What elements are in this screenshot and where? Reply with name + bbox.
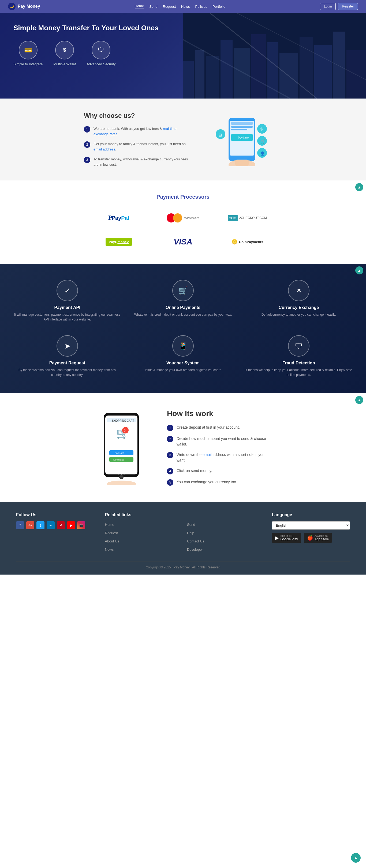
svg-text:Pay Now: Pay Now [115,452,124,454]
how-it-works-section: ▲ SHOPPING CART 🛒 3 Pay Now Download [0,393,366,502]
store-buttons: ▶ GET IT ON Google Play 🍎 Available on A… [272,533,350,543]
footer-link-developer[interactable]: Developer [187,546,261,553]
svg-point-48 [123,474,124,475]
scroll-indicator-how[interactable]: ▲ [355,396,363,404]
how-step-5: 5 You can exchange you currency too [167,479,274,486]
fraud-detection-desc: It means we help to keep your account mo… [245,368,353,377]
svg-text:▤: ▤ [218,132,222,137]
payment-api-desc: It will manage customers' payment experi… [13,312,121,322]
social-twitter[interactable]: t [36,521,45,529]
payment-processors-title: Payment Processors [16,194,350,200]
footer-follow-us: Follow Us f G+ t in P ▶ 📷 [16,513,94,553]
why-link-exchange[interactable]: real-time exchange rates [93,127,176,136]
how-text-2: Decide how much amount you want to send … [176,436,274,447]
register-button[interactable]: Register [338,3,358,10]
how-num-4: 4 [167,468,173,474]
how-step-3: 3 Write down the email address with a sh… [167,452,274,463]
svg-text:Download: Download [113,458,124,461]
how-step-4: 4 Click on send money. [167,468,274,474]
payumoney-logo: PayUmoney [89,233,148,250]
how-num-1: 1 [167,425,173,431]
social-linkedin[interactable]: in [47,521,55,529]
nav-request[interactable]: Request [163,5,176,8]
feature-fraud-detection: 🛡 Fraud Detection It means we help to ke… [245,335,353,377]
integrate-icon: 💳 [19,41,37,59]
visa-logo: VISA [153,233,213,250]
nav-policies[interactable]: Policies [195,5,207,8]
nav-news[interactable]: News [181,5,190,8]
how-text-1: Create deposit at first in your account. [176,425,240,430]
svg-text:Pay Now: Pay Now [238,136,249,139]
social-youtube[interactable]: ▶ [67,521,75,529]
footer-link-request[interactable]: Request [105,530,179,536]
footer-link-help[interactable]: Help [187,530,261,536]
nav-portfolio[interactable]: Portfolio [213,5,225,8]
google-play-text: GET IT ON Google Play [281,535,298,541]
hero-feature-integrate: 💳 Simple to Integrate [13,41,43,66]
main-nav: Home Send Request News Policies Portfoli… [135,4,226,9]
language-select[interactable]: English Spanish French German Arabic [272,521,350,530]
footer-related-links: Related links Home Send Request Help Abo… [105,513,261,553]
feature-payment-request: ➤ Payment Request By these systems now y… [13,335,121,377]
app-store-label: App Store [314,537,329,541]
security-icon: 🛡 [92,41,110,59]
footer-link-contact-us[interactable]: Contact Us [187,538,261,545]
svg-point-49 [107,480,136,485]
svg-text:🛒: 🛒 [260,139,265,144]
footer-link-news[interactable]: News [105,546,179,553]
why-text-2: Get your money to family & friends insta… [93,142,191,152]
logo[interactable]: 🌙 Pay Money [8,3,40,10]
how-step-2: 2 Decide how much amount you want to sen… [167,436,274,447]
scroll-indicator-payment[interactable]: ▲ [355,183,363,191]
footer-link-about-us[interactable]: About Us [105,538,179,545]
svg-rect-1 [183,61,194,98]
why-item-2: 2 Get your money to family & friends ins… [84,142,191,152]
svg-rect-34 [105,415,137,474]
logo-text: Pay Money [18,4,40,9]
google-play-icon: ▶ [275,535,279,541]
voucher-system-icon: 📱 [172,335,194,356]
app-store-button[interactable]: 🍎 Available on App Store [304,533,332,543]
footer-link-send[interactable]: Send [187,521,261,528]
how-text-3: Write down the email address with a shor… [176,452,274,463]
scroll-indicator-features[interactable]: ▲ [355,267,363,274]
footer-language: Language English Spanish French German A… [272,513,350,553]
google-play-button[interactable]: ▶ GET IT ON Google Play [272,533,301,543]
fraud-detection-icon: 🛡 [288,335,309,356]
online-payments-desc: Whatever it is credit, debit or bank acc… [134,312,232,317]
footer: Follow Us f G+ t in P ▶ 📷 Related links … [0,502,366,575]
social-icons: f G+ t in P ▶ 📷 [16,521,94,529]
why-text-3: To transfer money, withdrawal & exchange… [93,157,191,167]
copyright-text: Copyright © 2015 · Pay Money | All Right… [146,565,220,569]
footer-link-home[interactable]: Home [105,521,179,528]
svg-text:SHOPPING CART: SHOPPING CART [112,419,134,422]
why-title: Why choose us? [84,112,191,119]
paypal-pal: Pal [121,215,129,221]
footer-top: Follow Us f G+ t in P ▶ 📷 Related links … [16,513,350,553]
social-google-plus[interactable]: G+ [26,521,34,529]
why-link-email[interactable]: email address [93,147,115,151]
social-pinterest[interactable]: P [57,521,65,529]
svg-rect-19 [231,126,253,128]
why-text-1: We are not bank. With us you get low fee… [93,126,191,136]
feature-voucher-system: 📱 Voucher System Issue & manage your own… [129,335,237,377]
nav-send[interactable]: Send [149,5,157,8]
login-button[interactable]: Login [320,3,336,10]
paypal-logo: 𝐏 PayPal [89,209,148,226]
how-step-1: 1 Create deposit at first in your accoun… [167,425,274,431]
why-phone-svg: Pay Now $ 🛒 ▤ 👤 [213,113,272,166]
follow-us-title: Follow Us [16,513,94,517]
why-item-3: 3 To transfer money, withdrawal & exchan… [84,157,191,167]
social-facebook[interactable]: f [16,521,24,529]
feature-currency-exchange: ✕ Currency Exchange Default currency to … [245,280,353,322]
payment-request-title: Payment Request [49,361,85,366]
payment-processors-section: ▲ Payment Processors 𝐏 PayPal MasterCard… [0,181,366,264]
payment-request-desc: By these systems now you can request for… [13,368,121,377]
how-email-link[interactable]: email [202,453,212,457]
nav-home[interactable]: Home [135,4,144,9]
social-instagram[interactable]: 📷 [77,521,85,529]
google-play-label: Google Play [281,537,298,541]
payment-api-icon: ✓ [57,280,78,301]
related-links-title: Related links [105,513,261,517]
why-num-1: 1 [84,126,90,132]
